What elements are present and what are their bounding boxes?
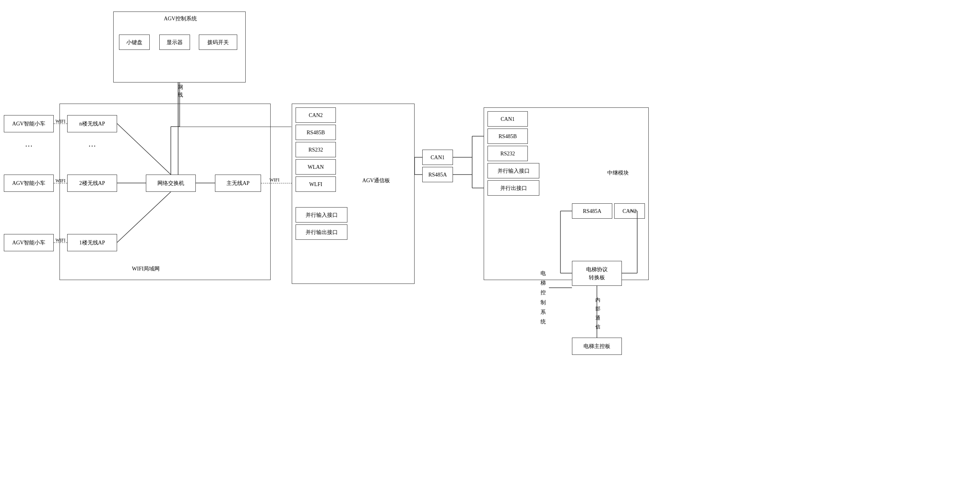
dots-floors: … xyxy=(88,138,96,150)
wlan-box: WLAN xyxy=(296,159,336,175)
wlfi-box: WLFI xyxy=(296,176,336,192)
n-floor-ap-box: n楼无线AP xyxy=(67,115,117,132)
can2-box: CAN2 xyxy=(296,107,336,123)
agv-control-label: AGV控制系统 xyxy=(142,15,219,23)
parallel-out-1-box: 并行输出接口 xyxy=(296,224,347,240)
main-ap-box: 主无线AP xyxy=(215,175,261,192)
agv-car2-box: AGV智能小车 xyxy=(4,175,54,192)
wifi-label-3: WIFI xyxy=(54,237,67,244)
net-switch-box: 网络交换机 xyxy=(146,175,196,192)
can1-relay-box: CAN1 xyxy=(488,111,528,127)
wifi-label-main: WIFI xyxy=(263,176,286,183)
rs485b-relay-box: RS485B xyxy=(488,129,528,144)
rs485b-1-box: RS485B xyxy=(296,125,336,140)
wifi-label-2: WIFI xyxy=(54,177,67,184)
parallel-in-relay-box: 并行输入接口 xyxy=(488,163,539,178)
agv-comm-label: AGV通信板 xyxy=(357,176,395,185)
wifi-label-1: WIFI xyxy=(54,118,67,125)
relay-module-label: 中继模块 xyxy=(595,169,641,177)
rs232-relay-box: RS232 xyxy=(488,146,528,161)
agv-car1-box: AGV智能小车 xyxy=(4,115,54,132)
wifi-lan-label: WIFI局域网 xyxy=(107,265,184,273)
dip-switch-box: 拨码开关 xyxy=(199,35,237,50)
rs232-1-box: RS232 xyxy=(296,142,336,157)
parallel-in-1-box: 并行输入接口 xyxy=(296,207,347,223)
elevator-main-box: 电梯主控板 xyxy=(572,338,622,355)
floor2-ap-box: 2楼无线AP xyxy=(67,175,117,192)
internal-comm-label: 内部通信 xyxy=(587,295,608,331)
rs485a-conn-box: RS485A xyxy=(422,167,453,182)
keyboard-box: 小键盘 xyxy=(119,35,150,50)
rs485a-relay-box: RS485A xyxy=(572,203,612,219)
floor1-ap-box: 1楼无线AP xyxy=(67,234,117,251)
can1-conn-box: CAN1 xyxy=(422,150,453,165)
display-box: 显示器 xyxy=(159,35,190,50)
dots-agv: … xyxy=(25,138,33,150)
can2-relay-box: CAN2 xyxy=(614,203,645,219)
elevator-protocol-box: 电梯协议转换板 xyxy=(572,261,622,286)
diagram: AGV控制系统 小键盘 显示器 拨码开关 网线 WIFI局域网 n楼无线AP 2… xyxy=(0,0,980,483)
elevator-ctrl-label: 电梯控制系统 xyxy=(534,269,553,326)
agv-car3-box: AGV智能小车 xyxy=(4,234,54,251)
net-line-label: 网线 xyxy=(173,84,188,99)
parallel-out-relay-box: 并行出接口 xyxy=(488,180,539,196)
